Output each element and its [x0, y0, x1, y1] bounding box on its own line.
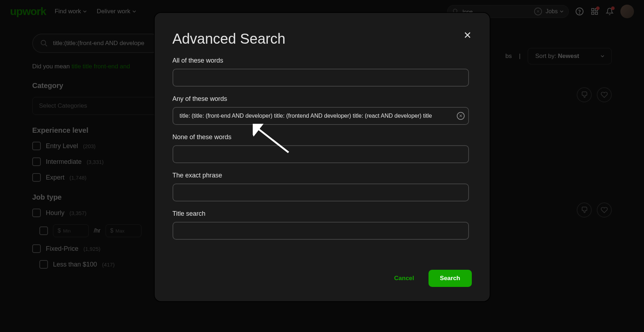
exact-phrase-label: The exact phrase — [173, 172, 469, 179]
any-words-group: Any of these words ✕ — [173, 95, 469, 125]
close-icon — [463, 31, 472, 39]
title-search-group: Title search — [173, 210, 469, 240]
modal-wrapper: Advanced Search All of these words Any o… — [0, 0, 644, 332]
cancel-button[interactable]: Cancel — [387, 270, 421, 287]
all-words-input[interactable] — [173, 69, 469, 87]
modal-title: Advanced Search — [173, 31, 472, 47]
modal-body: All of these words Any of these words ✕ … — [173, 57, 472, 248]
all-words-label: All of these words — [173, 57, 469, 64]
title-search-input[interactable] — [173, 222, 469, 240]
modal-footer: Cancel Search — [173, 270, 472, 287]
none-words-group: None of these words — [173, 133, 469, 163]
all-words-group: All of these words — [173, 57, 469, 87]
close-button[interactable] — [463, 30, 473, 40]
any-words-input[interactable] — [173, 107, 469, 125]
none-words-label: None of these words — [173, 133, 469, 141]
none-words-input[interactable] — [173, 145, 469, 163]
exact-phrase-group: The exact phrase — [173, 172, 469, 201]
advanced-search-modal: Advanced Search All of these words Any o… — [154, 12, 490, 302]
clear-input-button[interactable]: ✕ — [457, 112, 465, 120]
title-search-label: Title search — [173, 210, 469, 218]
exact-phrase-input[interactable] — [173, 184, 469, 201]
search-button[interactable]: Search — [428, 270, 472, 287]
any-words-label: Any of these words — [173, 95, 469, 103]
